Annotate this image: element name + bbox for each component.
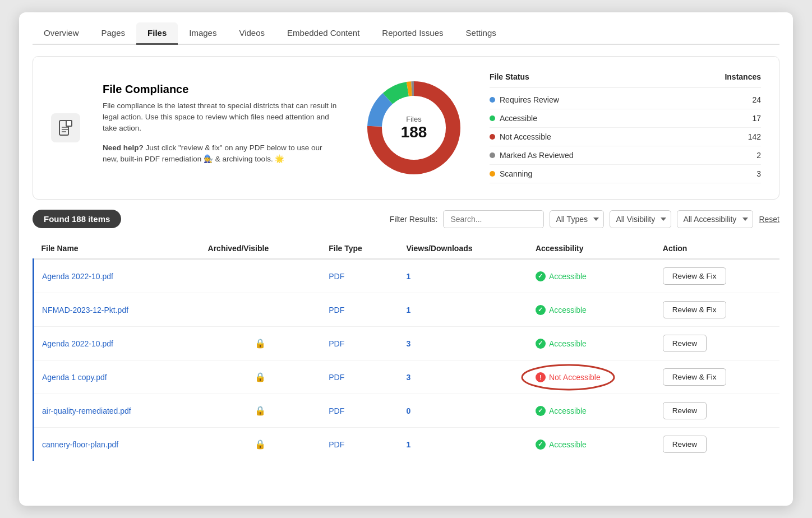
archived-cell: 🔒 [200,428,321,461]
action-button[interactable]: Review & Fix [663,267,726,285]
tab-files[interactable]: Files [136,22,178,45]
status-count-scanning: 3 [756,169,761,178]
lock-icon: 🔒 [255,440,266,449]
action-button[interactable]: Review & Fix [663,368,726,386]
compliance-card: File Compliance File compliance is the l… [33,56,779,200]
file-type-cell: PDF [321,327,398,360]
accessibility-status: ✓ Accessible [536,305,647,315]
action-cell: Review & Fix [655,293,779,327]
file-link[interactable]: Agenda 2022-10.pdf [42,272,113,281]
tab-images[interactable]: Images [178,22,228,45]
accessible-icon: ✓ [536,305,546,315]
accessibility-filter-select[interactable]: All Accessibility [677,210,753,228]
accessible-icon: ✓ [536,406,546,416]
compliance-text: File Compliance File compliance is the l… [103,83,338,173]
file-icon [51,113,80,142]
action-button[interactable]: Review [663,335,707,352]
accessibility-status: ✓ Accessible [536,339,647,349]
views-cell: 1 [399,293,528,327]
file-table: File Name Archived/Visible File Type Vie… [33,238,779,461]
file-name-cell: air-quality-remediated.pdf [34,394,200,428]
file-link[interactable]: air-quality-remediated.pdf [42,406,131,415]
table-row: cannery-floor-plan.pdf🔒PDF1 ✓ Accessible… [34,428,780,461]
file-type-cell: PDF [321,259,398,293]
file-status-label: File Status [490,72,529,81]
search-input[interactable] [443,210,544,228]
reset-button[interactable]: Reset [759,215,779,224]
filter-label: Filter Results: [390,215,438,224]
accessible-icon: ✓ [536,271,546,281]
status-count-requires-review: 24 [752,95,761,104]
accessible-icon: ✓ [536,440,546,450]
action-button[interactable]: Review [663,402,707,419]
file-link[interactable]: cannery-floor-plan.pdf [42,440,118,449]
table-row: Agenda 2022-10.pdfPDF1 ✓ Accessible Revi… [34,259,780,293]
donut-chart: Files 188 [361,75,467,181]
action-cell: Review [655,428,779,461]
status-row-requires-review: Requires Review 24 [490,91,761,109]
table-row: air-quality-remediated.pdf🔒PDF0 ✓ Access… [34,394,780,428]
tab-pages[interactable]: Pages [90,22,137,45]
accessibility-cell: ✓ Accessible [528,327,655,360]
file-name-cell: NFMAD-2023-12-Pkt.pdf [34,293,200,327]
tab-videos[interactable]: Videos [228,22,276,45]
status-label-accessible: Accessible [500,114,537,123]
accessibility-status: ✓ Accessible [536,271,647,281]
archived-cell: 🔒 [200,360,321,394]
th-archived: Archived/Visible [200,238,321,259]
tab-reported-issues[interactable]: Reported Issues [371,22,454,45]
tab-overview[interactable]: Overview [33,22,90,45]
views-count: 1 [407,272,411,281]
accessibility-status: ! Not Accessible [536,372,601,382]
th-file-type: File Type [321,238,398,259]
accessibility-status: ✓ Accessible [536,406,647,416]
tab-embedded-content[interactable]: Embedded Content [276,22,371,45]
file-name-cell: Agenda 1 copy.pdf [34,360,200,394]
type-filter-select[interactable]: All Types [550,210,604,228]
not-accessible-container: ! Not Accessible [536,372,601,382]
views-count: 3 [407,339,411,348]
dot-marked-reviewed [490,152,495,158]
file-type-badge: PDF [329,306,344,314]
main-window: Overview Pages Files Images Videos Embed… [19,12,793,506]
action-cell: Review [655,327,779,360]
lock-icon: 🔒 [255,339,266,348]
table-row: Agenda 1 copy.pdf🔒PDF3 ! Not Accessible … [34,360,780,394]
action-button[interactable]: Review & Fix [663,301,726,318]
accessible-label: Accessible [549,306,587,314]
status-label-requires-review: Requires Review [500,95,559,104]
file-name-cell: cannery-floor-plan.pdf [34,428,200,461]
file-link[interactable]: Agenda 2022-10.pdf [42,339,113,348]
not-accessible-label: Not Accessible [549,373,601,382]
compliance-title: File Compliance [103,83,338,96]
file-type-cell: PDF [321,428,398,461]
visibility-filter-select[interactable]: All Visibility [610,210,671,228]
archived-cell: 🔒 [200,394,321,428]
compliance-help: Need help? Just click "review & fix" on … [103,142,338,165]
file-status-table: File Status Instances Requires Review 24… [490,72,761,183]
file-type-cell: PDF [321,293,398,327]
archived-cell [200,259,321,293]
status-row-not-accessible: Not Accessible 142 [490,128,761,146]
action-button[interactable]: Review [663,436,707,453]
status-row-marked-reviewed: Marked As Reviewed 2 [490,146,761,165]
dot-requires-review [490,97,495,103]
status-label-not-accessible: Not Accessible [500,132,551,141]
donut-label: Files [401,115,427,123]
file-type-cell: PDF [321,360,398,394]
dot-not-accessible [490,134,495,140]
views-count: 3 [407,373,411,382]
tab-settings[interactable]: Settings [455,22,507,45]
archived-cell: 🔒 [200,327,321,360]
views-cell: 1 [399,428,528,461]
file-type-badge: PDF [329,406,344,415]
views-count: 1 [407,440,411,449]
file-name-cell: Agenda 2022-10.pdf [34,259,200,293]
th-views: Views/Downloads [399,238,528,259]
file-link[interactable]: Agenda 1 copy.pdf [42,373,107,382]
file-link[interactable]: NFMAD-2023-12-Pkt.pdf [42,306,128,314]
not-accessible-icon: ! [536,372,546,382]
file-type-cell: PDF [321,394,398,428]
views-cell: 1 [399,259,528,293]
table-header-row: File Name Archived/Visible File Type Vie… [34,238,780,259]
